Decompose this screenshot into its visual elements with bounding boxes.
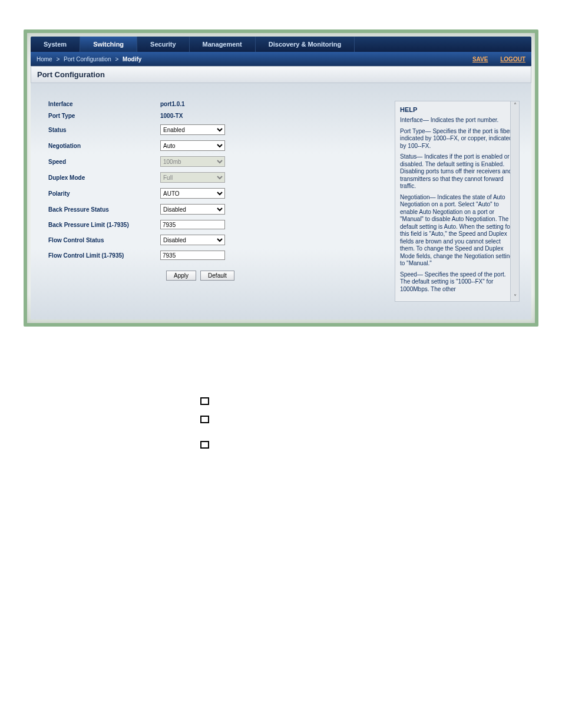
logout-link[interactable]: LOGOUT <box>500 56 525 62</box>
select-status[interactable]: Enabled <box>160 124 225 135</box>
select-polarity[interactable]: AUTO <box>160 188 225 199</box>
label-bp-status: Back Pressure Status <box>48 206 160 213</box>
breadcrumb-path1[interactable]: Port Configuration <box>64 56 111 62</box>
help-p2: Port Type— Specifies the if the port is … <box>400 128 514 150</box>
breadcrumb-sep: > <box>56 56 59 62</box>
label-status: Status <box>48 127 160 133</box>
page-title: Port Configuration <box>31 66 531 83</box>
device-frame: System Switching Security Management Dis… <box>24 29 538 327</box>
help-p1: Interface— Indicates the port number. <box>400 117 514 124</box>
notes-list <box>200 397 538 449</box>
help-p5: Speed— Specifies the speed of the port. … <box>400 271 514 294</box>
form-area: Interface port1.0.1 Port Type 1000-TX St… <box>42 101 383 302</box>
label-duplex: Duplex Mode <box>48 174 160 181</box>
default-button[interactable]: Default <box>200 271 234 281</box>
select-bp-status[interactable]: Disabled <box>160 204 225 215</box>
nav-tab-switching[interactable]: Switching <box>80 37 137 52</box>
value-interface: port1.0.1 <box>160 101 185 107</box>
scroll-down-icon[interactable]: ˅ <box>514 293 517 301</box>
label-port-type: Port Type <box>48 113 160 119</box>
breadcrumb-home[interactable]: Home <box>37 56 52 62</box>
select-duplex: Full <box>160 172 225 183</box>
breadcrumb-current: Modify <box>123 56 141 62</box>
breadcrumb-bar: Home > Port Configuration > Modify SAVE … <box>31 52 531 66</box>
help-scrollbar[interactable]: ˄ ˅ <box>510 101 519 301</box>
bullet-icon <box>200 441 209 449</box>
label-fc-status: Flow Control Status <box>48 237 160 243</box>
label-speed: Speed <box>48 159 160 165</box>
scroll-up-icon[interactable]: ˄ <box>514 101 517 110</box>
bullet-icon <box>200 397 209 405</box>
input-bp-limit[interactable] <box>160 220 225 229</box>
help-panel: HELP Interface— Indicates the port numbe… <box>395 101 520 302</box>
label-bp-limit: Back Pressure Limit (1-7935) <box>48 222 160 228</box>
help-p3: Status— Indicates if the port is enabled… <box>400 153 514 190</box>
label-polarity: Polarity <box>48 190 160 197</box>
nav-tab-discovery[interactable]: Discovery & Monitoring <box>256 37 355 52</box>
input-fc-limit[interactable] <box>160 251 225 260</box>
nav-tab-management[interactable]: Management <box>190 37 256 52</box>
value-port-type: 1000-TX <box>160 113 183 119</box>
select-speed: 100mb <box>160 156 225 167</box>
label-interface: Interface <box>48 101 160 107</box>
save-link[interactable]: SAVE <box>472 56 488 62</box>
label-negotiation: Negotiation <box>48 143 160 149</box>
select-negotiation[interactable]: Auto <box>160 140 225 151</box>
breadcrumb-sep2: > <box>115 56 118 62</box>
help-p4: Negotiation— Indicates the state of Auto… <box>400 194 514 268</box>
select-fc-status[interactable]: Disabled <box>160 235 225 245</box>
breadcrumb: Home > Port Configuration > Modify <box>37 56 144 62</box>
help-title: HELP <box>400 106 514 113</box>
label-fc-limit: Flow Control Limit (1-7935) <box>48 252 160 259</box>
bullet-icon <box>200 416 209 423</box>
nav-tab-system[interactable]: System <box>31 37 80 52</box>
apply-button[interactable]: Apply <box>166 271 196 281</box>
nav-tab-security[interactable]: Security <box>137 37 189 52</box>
content-wrap: Interface port1.0.1 Port Type 1000-TX St… <box>31 83 531 319</box>
main-nav: System Switching Security Management Dis… <box>31 37 531 52</box>
